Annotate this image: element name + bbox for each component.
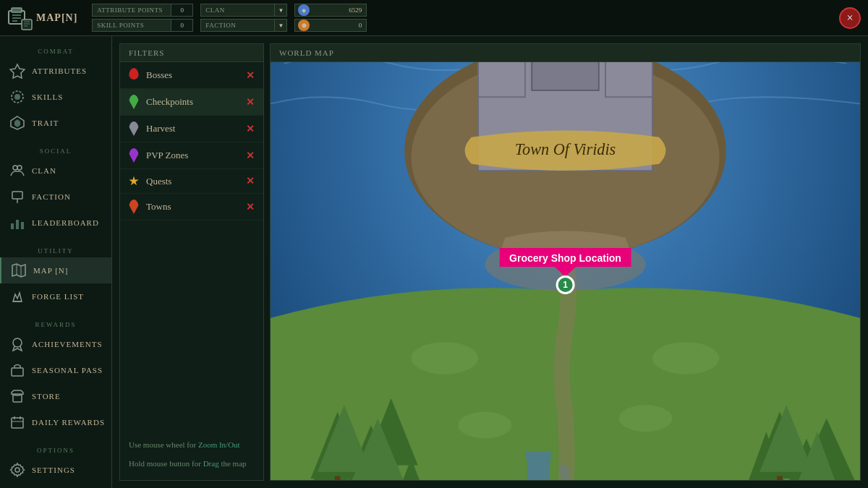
clan-select[interactable]: CLAN ▼ [200,4,287,17]
close-button[interactable]: × [839,7,861,29]
filter-quests[interactable]: Quests ✕ [120,169,263,194]
filter-towns[interactable]: Towns ✕ [120,194,263,221]
stat-group: ATTRIBUTE POINTS 0 SKILL POINTS 0 [92,4,193,32]
sidebar-item-map[interactable]: MAP [N] [0,257,111,283]
sidebar: COMBAT ATTRIBUTES SKILLS TRAIT SOCIAL [0,36,112,488]
attribute-points-label: ATTRIBUTE POINTS [93,7,171,14]
sidebar-item-forge[interactable]: FORGE LIST [0,283,111,309]
filters-panel: FILTERS Bosses ✕ Checkpoints ✕ Harvest ✕ [119,43,264,481]
sidebar-item-store[interactable]: STORE [0,383,111,409]
sidebar-trait-label: TRAIT [32,119,59,127]
sidebar-section-combat: COMBAT [0,42,111,58]
svg-text:Town Of Viridis: Town Of Viridis [515,140,616,158]
marker-tooltip: Grocery Shop Location [499,248,631,277]
svg-rect-70 [335,476,340,480]
attribute-points-value: 0 [171,4,192,16]
blue-currency-icon: ◆ [298,4,310,16]
marker-circle[interactable]: 1 [556,275,575,294]
sidebar-section-rewards: REWARDS [0,315,111,331]
svg-point-79 [619,405,673,432]
pvp-toggle[interactable]: ✕ [246,150,255,162]
logo-area: MAP[N] [7,5,77,31]
checkpoints-label: Checkpoints [146,96,239,108]
quests-dot [129,176,139,187]
sidebar-item-customization[interactable]: CUSTOMIZATION [0,483,111,488]
sidebar-attributes-label: ATTRIBUTES [32,67,87,75]
sidebar-item-settings[interactable]: SETTINGS [0,457,111,483]
faction-label: FACTION [201,22,274,29]
filter-checkpoints[interactable]: Checkpoints ✕ [120,89,263,116]
attribute-points-row: ATTRIBUTE POINTS 0 [92,4,193,17]
main-content: COMBAT ATTRIBUTES SKILLS TRAIT SOCIAL [0,36,868,488]
filter-pvp[interactable]: PVP Zones ✕ [120,142,263,169]
sidebar-item-skills[interactable]: SKILLS [0,84,111,110]
sidebar-item-achievements[interactable]: ACHIEVEMENTS [0,331,111,357]
sidebar-item-daily[interactable]: DAILY REWARDS [0,409,111,435]
worldmap-panel: WORLD MAP [270,43,861,481]
leaderboard-icon [9,214,26,231]
pvp-label: PVP Zones [146,150,239,161]
orange-currency-value: 0 [312,22,366,29]
sidebar-store-label: STORE [32,392,61,401]
skill-points-row: SKILL POINTS 0 [92,19,193,32]
checkpoints-toggle[interactable]: ✕ [246,96,255,108]
sidebar-section-social: SOCIAL [0,142,111,158]
sidebar-clan-label: CLAN [32,166,56,175]
towns-dot [129,200,139,214]
sidebar-map-label: MAP [N] [33,266,68,275]
sidebar-settings-label: SETTINGS [32,466,75,474]
harvest-dot [129,121,139,136]
faction-icon [9,188,26,205]
svg-rect-25 [12,418,23,428]
quests-toggle[interactable]: ✕ [246,175,255,187]
clan-label: CLAN [201,7,274,14]
harvest-label: Harvest [146,123,239,134]
sidebar-item-attributes[interactable]: ATTRIBUTES [0,58,111,84]
svg-rect-14 [12,192,22,199]
clan-arrow: ▼ [274,4,286,16]
worldmap-header: WORLD MAP [271,44,860,62]
filter-list: Bosses ✕ Checkpoints ✕ Harvest ✕ PVP Zon… [120,62,263,429]
faction-select[interactable]: FACTION ▼ [200,19,287,32]
filter-harvest[interactable]: Harvest ✕ [120,116,263,142]
skill-points-label: SKILL POINTS [93,22,171,29]
svg-point-78 [458,411,511,438]
blue-currency-value: 6529 [312,7,366,14]
map-marker-container[interactable]: Grocery Shop Location 1 [499,248,631,294]
harvest-toggle[interactable]: ✕ [246,123,255,135]
achievements-icon [9,335,26,353]
sidebar-item-trait[interactable]: TRAIT [0,110,111,136]
select-group: CLAN ▼ FACTION ▼ [200,4,287,32]
forge-icon [9,288,26,305]
svg-rect-1 [12,8,22,12]
svg-point-22 [13,338,22,347]
checkpoints-dot [129,95,139,109]
svg-point-10 [14,94,20,100]
sidebar-forge-label: FORGE LIST [32,292,84,301]
svg-rect-16 [11,223,14,229]
sidebar-item-leaderboard[interactable]: LEADERBOARD [0,210,111,236]
trait-icon [9,114,26,132]
filter-bosses[interactable]: Bosses ✕ [120,62,263,89]
towns-toggle[interactable]: ✕ [246,201,255,213]
svg-rect-35 [532,62,599,90]
map-icon [10,262,27,279]
quests-label: Quests [146,176,239,187]
bosses-dot [129,68,139,82]
svg-rect-37 [478,62,525,97]
sidebar-section-options: OPTIONS [0,441,111,457]
svg-point-29 [15,468,20,472]
blue-currency-row: ◆ 6529 [294,4,367,17]
sidebar-faction-label: FACTION [32,192,71,201]
sidebar-item-faction[interactable]: FACTION [0,184,111,210]
svg-rect-17 [16,220,19,229]
sidebar-item-clan[interactable]: CLAN [0,158,111,184]
svg-point-76 [411,342,478,374]
sidebar-item-seasonal[interactable]: SEASONAL PASS [0,357,111,383]
bosses-toggle[interactable]: ✕ [246,69,255,82]
svg-rect-5 [22,20,32,30]
svg-rect-18 [21,222,24,229]
currency-group: ◆ 6529 ⬟ 0 [294,4,367,32]
sidebar-achievements-label: ACHIEVEMENTS [32,340,103,348]
worldmap-canvas[interactable]: Town Of Viridis [271,62,860,480]
